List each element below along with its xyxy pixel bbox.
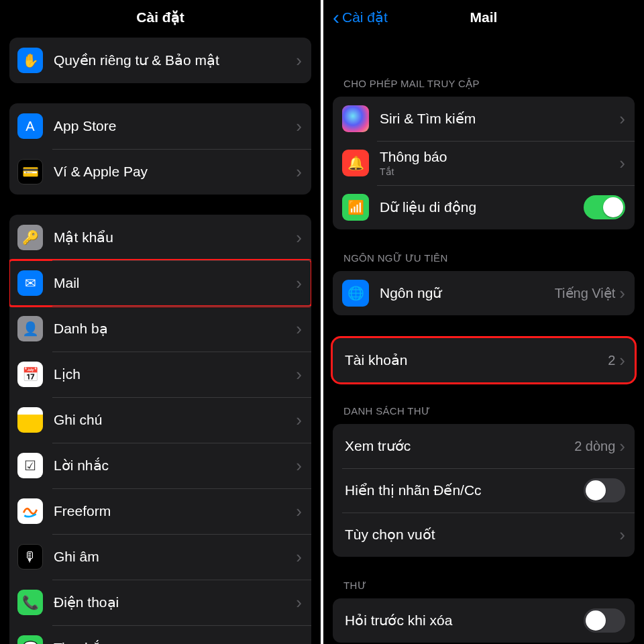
- chevron-right-icon: ›: [296, 274, 302, 292]
- settings-group: AApp Store›💳Ví & Apple Pay›: [9, 103, 311, 195]
- settings-row-freeform[interactable]: Freeform›: [9, 488, 311, 534]
- back-button[interactable]: ‹ Cài đặt: [333, 9, 388, 25]
- phone-icon: 📞: [17, 590, 43, 615]
- row-label: Điện thoại: [54, 594, 296, 610]
- chevron-right-icon: ›: [296, 594, 302, 611]
- mail-icon: ✉: [17, 270, 43, 296]
- mail-row-t-y-ch-n-vu-t[interactable]: Tùy chọn vuốt›: [333, 513, 635, 557]
- settings-row-phone[interactable]: 📞Điện thoại›: [9, 580, 311, 625]
- settings-group: ✋Quyền riêng tư & Bảo mật›: [9, 38, 311, 83]
- settings-row-key[interactable]: 🔑Mật khẩu›: [9, 215, 311, 260]
- row-label: Ghi chú: [54, 412, 296, 428]
- row-label: Tin nhắn: [54, 640, 296, 644]
- mail-row-ng-n-ng-[interactable]: 🌐Ngôn ngữTiếng Việt›: [333, 271, 635, 315]
- row-value: 2: [608, 353, 615, 368]
- section-header: CHO PHÉP MAIL TRUY CẬP: [343, 78, 624, 90]
- row-label: Thông báo: [380, 149, 619, 165]
- chevron-right-icon: ›: [296, 411, 302, 429]
- row-sublabel: Tắt: [380, 166, 619, 177]
- row-label: Tùy chọn vuốt: [345, 527, 619, 543]
- row-label: App Store: [54, 118, 296, 134]
- siri-icon: [342, 105, 369, 132]
- contacts-icon: 👤: [17, 316, 43, 341]
- mail-row-d-li-u-di-ng[interactable]: 📶Dữ liệu di động: [333, 185, 635, 229]
- row-label: Mail: [54, 275, 296, 291]
- mail-row-h-i-tr-c-khi-x-a[interactable]: Hỏi trước khi xóa: [333, 598, 635, 643]
- chevron-right-icon: ›: [296, 457, 302, 474]
- mail-header: ‹ Cài đặt Mail: [323, 0, 644, 35]
- voicememo-icon: 🎙: [17, 544, 43, 570]
- settings-row-contacts[interactable]: 👤Danh bạ›: [9, 306, 311, 352]
- back-label: Cài đặt: [342, 9, 388, 25]
- chevron-right-icon: ›: [296, 502, 302, 520]
- chevron-right-icon: ›: [296, 366, 302, 383]
- settings-row-hand[interactable]: ✋Quyền riêng tư & Bảo mật›: [9, 38, 311, 83]
- freeform-icon: [17, 498, 43, 524]
- reminders-icon: ☑: [17, 453, 43, 478]
- notification-icon: 🔔: [342, 150, 369, 176]
- mail-settings-group: Xem trước2 dòng›Hiển thị nhãn Đến/CcTùy …: [333, 424, 635, 557]
- row-label: Xem trước: [345, 438, 574, 454]
- chevron-right-icon: ›: [296, 52, 302, 69]
- row-label: Danh bạ: [54, 321, 296, 337]
- mail-settings-group: Tài khoản2›: [333, 338, 635, 382]
- chevron-left-icon: ‹: [333, 11, 339, 23]
- mail-row-th-ng-b-o[interactable]: 🔔Thông báoTắt›: [333, 141, 635, 185]
- section-header: NGÔN NGỮ ƯU TIÊN: [343, 252, 624, 264]
- mail-row-siri-t-m-ki-m[interactable]: Siri & Tìm kiếm›: [333, 97, 635, 141]
- settings-title: Cài đặt: [0, 0, 321, 35]
- chevron-right-icon: ›: [619, 352, 625, 369]
- chevron-right-icon: ›: [296, 163, 302, 180]
- key-icon: 🔑: [17, 225, 43, 250]
- wallet-icon: 💳: [17, 159, 43, 184]
- settings-row-appstore[interactable]: AApp Store›: [9, 103, 311, 149]
- settings-row-voicememo[interactable]: 🎙Ghi âm›: [9, 534, 311, 580]
- mail-settings-group: Hỏi trước khi xóa: [333, 598, 635, 643]
- settings-row-calendar[interactable]: 📅Lịch›: [9, 352, 311, 397]
- row-label: Siri & Tìm kiếm: [380, 111, 619, 127]
- chevron-right-icon: ›: [619, 437, 625, 455]
- mail-row-xem-tr-c[interactable]: Xem trước2 dòng›: [333, 424, 635, 468]
- chevron-right-icon: ›: [619, 526, 625, 543]
- chevron-right-icon: ›: [619, 110, 625, 127]
- toggle-switch[interactable]: [584, 478, 625, 502]
- mail-settings-pane: ‹ Cài đặt Mail CHO PHÉP MAIL TRUY CẬPSir…: [323, 0, 644, 644]
- row-label: Lịch: [54, 366, 296, 382]
- toggle-switch[interactable]: [584, 195, 625, 219]
- calendar-icon: 📅: [17, 362, 43, 387]
- toggle-switch[interactable]: [584, 608, 625, 633]
- messages-icon: 💬: [17, 635, 43, 644]
- appstore-icon: A: [17, 113, 43, 139]
- row-value: Tiếng Việt: [555, 285, 616, 301]
- mail-row-hi-n-th-nh-n-n-cc[interactable]: Hiển thị nhãn Đến/Cc: [333, 468, 635, 513]
- section-header: DANH SÁCH THƯ: [343, 405, 624, 417]
- row-label: Lời nhắc: [54, 458, 296, 474]
- row-label: Quyền riêng tư & Bảo mật: [54, 52, 296, 68]
- section-header: THƯ: [343, 580, 624, 592]
- settings-pane: Cài đặt ✋Quyền riêng tư & Bảo mật›AApp S…: [0, 0, 321, 644]
- notes-icon: [17, 407, 43, 433]
- row-label: Ghi âm: [54, 549, 296, 565]
- chevron-right-icon: ›: [296, 548, 302, 566]
- hand-icon: ✋: [17, 48, 43, 73]
- settings-row-mail[interactable]: ✉Mail›: [9, 260, 311, 306]
- row-label: Freeform: [54, 503, 296, 519]
- mail-row-t-i-kho-n[interactable]: Tài khoản2›: [333, 338, 635, 382]
- chevron-right-icon: ›: [619, 284, 625, 302]
- language-icon: 🌐: [342, 280, 369, 307]
- cellular-icon: 📶: [342, 194, 369, 221]
- row-value: 2 dòng: [574, 439, 615, 454]
- chevron-right-icon: ›: [296, 229, 302, 246]
- row-label: Dữ liệu di động: [380, 199, 584, 215]
- mail-settings-group: Siri & Tìm kiếm›🔔Thông báoTắt›📶Dữ liệu d…: [333, 97, 635, 229]
- chevron-right-icon: ›: [296, 639, 302, 644]
- settings-row-wallet[interactable]: 💳Ví & Apple Pay›: [9, 149, 311, 195]
- settings-row-messages[interactable]: 💬Tin nhắn›: [9, 625, 311, 644]
- mail-settings-group: 🌐Ngôn ngữTiếng Việt›: [333, 271, 635, 315]
- chevron-right-icon: ›: [296, 320, 302, 337]
- chevron-right-icon: ›: [619, 154, 625, 172]
- settings-row-notes[interactable]: Ghi chú›: [9, 397, 311, 443]
- row-label: Ngôn ngữ: [380, 285, 555, 301]
- settings-row-reminders[interactable]: ☑Lời nhắc›: [9, 443, 311, 488]
- row-label: Mật khẩu: [54, 229, 296, 246]
